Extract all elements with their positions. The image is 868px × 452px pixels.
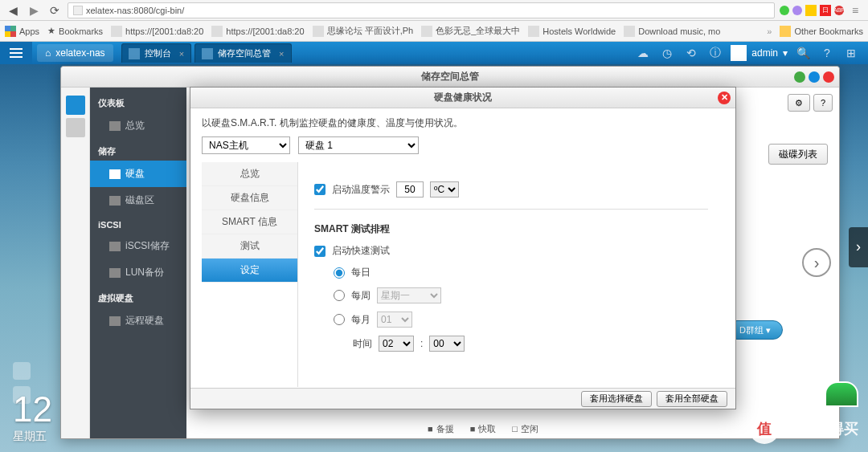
main-menu-button[interactable] xyxy=(0,42,32,64)
bookmarks-bar: Apps ★ Bookmarks https://[2001:da8:20 ht… xyxy=(0,21,868,42)
help-button[interactable]: ? xyxy=(813,94,833,112)
reload-button[interactable]: ⟳ xyxy=(47,2,63,18)
weekly-day-select[interactable]: 星期一 xyxy=(377,287,441,303)
tab-settings[interactable]: 设定 xyxy=(202,259,297,283)
page-icon xyxy=(73,6,83,15)
temp-alarm-label: 启动温度警示 xyxy=(332,183,390,197)
apps-button[interactable]: Apps xyxy=(5,26,39,37)
sidebar-item-lun-backup[interactable]: LUN备份 xyxy=(90,259,186,286)
time-min-select[interactable]: 00 xyxy=(429,336,465,352)
apply-all-button[interactable]: 套用全部硬盘 xyxy=(657,391,727,407)
quick-test-label: 启动快速测试 xyxy=(332,244,390,258)
bookmark-overflow[interactable]: » xyxy=(767,26,772,36)
refresh-icon[interactable]: ⟲ xyxy=(682,44,700,62)
dialog-close-button[interactable]: ✕ xyxy=(718,92,731,104)
monthly-label: 每月 xyxy=(351,313,371,327)
dashboard-icon[interactable]: ⊞ xyxy=(842,44,860,62)
adblock-icon[interactable]: ABP xyxy=(834,6,844,15)
help-icon[interactable]: ? xyxy=(818,44,836,62)
ext-icon[interactable]: 日 xyxy=(820,5,831,16)
hostname-label: xelatex-nas xyxy=(55,47,104,59)
bookmark-item[interactable]: 思缘论坛 平面设计,Ph xyxy=(313,25,414,37)
ext-icon[interactable] xyxy=(780,6,789,15)
sidebar-item-iscsi-storage[interactable]: iSCSI储存 xyxy=(90,233,186,259)
dialog-titlebar[interactable]: 硬盘健康状况 ✕ xyxy=(190,88,735,108)
next-disk-button[interactable]: › xyxy=(802,248,831,277)
taskbar-tab-storage[interactable]: 储存空间总管 × xyxy=(194,43,291,63)
close-icon[interactable]: × xyxy=(179,49,184,59)
user-menu[interactable]: admin ▾ xyxy=(731,45,788,61)
hamburger-icon xyxy=(10,48,23,58)
weekly-label: 每周 xyxy=(351,289,371,303)
host-select[interactable]: NAS主机 xyxy=(202,136,290,154)
time-hour-select[interactable]: 02 xyxy=(379,336,414,352)
watermark-text: 什么值得买 xyxy=(786,419,858,438)
disk-select[interactable]: 硬盘 1 xyxy=(298,136,419,154)
cloud-icon[interactable]: ☁ xyxy=(634,44,652,62)
apply-selected-button[interactable]: 套用选择硬盘 xyxy=(581,391,652,407)
temp-alarm-checkbox[interactable] xyxy=(314,184,326,195)
other-bookmarks[interactable]: Other Bookmarks xyxy=(780,26,863,37)
weekly-radio[interactable] xyxy=(334,290,345,301)
tab-test[interactable]: 测试 xyxy=(202,234,297,259)
time-separator: : xyxy=(420,338,423,349)
disk-health-dialog: 硬盘健康状况 ✕ 以硬盘S.M.A.R.T. 机制监控硬盘的健康度、温度与使用状… xyxy=(190,87,736,409)
overview-icon xyxy=(109,121,121,131)
hostname-breadcrumb[interactable]: ⌂ xelatex-nas xyxy=(37,44,113,62)
ext-icon[interactable] xyxy=(805,5,817,16)
bookmark-item[interactable]: 色影无忌_全球最大中 xyxy=(421,25,520,37)
forward-button[interactable]: ▶ xyxy=(26,2,42,18)
quick-test-checkbox[interactable] xyxy=(314,246,326,257)
gallery-next-overlay[interactable]: › xyxy=(849,227,868,267)
settings-button[interactable]: ⚙ xyxy=(788,94,810,112)
back-button[interactable]: ◀ xyxy=(5,2,21,18)
storage-icon xyxy=(202,48,213,59)
ext-icon[interactable] xyxy=(792,6,802,15)
close-button[interactable] xyxy=(823,71,834,83)
sidebar-item-volumes[interactable]: 磁盘区 xyxy=(90,187,186,214)
clock-day: 星期五 xyxy=(13,430,52,444)
sidebar-item-disks[interactable]: 硬盘 xyxy=(90,161,186,187)
address-bar[interactable]: xelatex-nas:8080/cgi-bin/ xyxy=(68,2,775,18)
clock-icon[interactable]: ◷ xyxy=(658,44,676,62)
daily-radio[interactable] xyxy=(334,267,345,279)
tab-smart-info[interactable]: SMART 信息 xyxy=(202,210,297,234)
remote-icon xyxy=(109,316,121,326)
dashboard-toggle[interactable] xyxy=(825,381,858,407)
username-label: admin xyxy=(751,47,778,59)
bookmark-item[interactable]: Download music, mo xyxy=(624,26,720,37)
close-icon[interactable]: × xyxy=(279,49,284,59)
minimize-button[interactable] xyxy=(794,71,805,83)
bookmark-item[interactable]: ★ Bookmarks xyxy=(47,26,103,36)
sidebar-item-overview[interactable]: 总览 xyxy=(90,112,186,139)
watermark-icon: 值 xyxy=(749,413,780,444)
menu-icon[interactable]: ≡ xyxy=(847,2,863,18)
sidebar: 仪表板 总览 储存 硬盘 磁盘区 iSCSI iSCSI储存 LUN备份 虚拟硬… xyxy=(90,88,186,438)
temp-value-input[interactable] xyxy=(396,181,424,197)
bookmark-item[interactable]: https://[2001:da8:20 xyxy=(111,26,203,37)
search-icon[interactable]: 🔍 xyxy=(794,44,812,62)
control-panel-icon xyxy=(129,48,140,59)
free-indicator: □ 空闲 xyxy=(512,423,538,435)
monthly-day-select[interactable]: 01 xyxy=(377,312,412,328)
window-titlebar[interactable]: 储存空间总管 xyxy=(61,67,839,88)
tab-overview[interactable]: 总览 xyxy=(202,162,297,186)
dock-icon[interactable] xyxy=(13,362,31,380)
tab-disk-info[interactable]: 硬盘信息 xyxy=(202,186,297,210)
info-icon[interactable]: ⓘ xyxy=(706,44,724,62)
extension-icons: 日 ABP ≡ xyxy=(780,2,863,18)
taskbar-tab-control[interactable]: 控制台 × xyxy=(121,43,191,63)
sidebar-item-remote-disk[interactable]: 远程硬盘 xyxy=(90,307,186,334)
bookmark-item[interactable]: https://[2001:da8:20 xyxy=(211,26,304,37)
disk-list-button[interactable]: 磁碟列表 xyxy=(768,144,828,165)
rail-overview-icon[interactable] xyxy=(66,96,85,115)
monthly-radio[interactable] xyxy=(334,314,345,325)
window-title: 储存空间总管 xyxy=(421,70,479,83)
lun-icon xyxy=(109,268,121,278)
temp-unit-select[interactable]: ºC xyxy=(430,181,459,197)
disk-icon xyxy=(109,169,121,179)
maximize-button[interactable] xyxy=(809,71,820,83)
rail-storage-icon[interactable] xyxy=(66,118,85,137)
bookmark-item[interactable]: Hostels Worldwide xyxy=(528,26,616,37)
dialog-description: 以硬盘S.M.A.R.T. 机制监控硬盘的健康度、温度与使用状况。 xyxy=(202,116,724,130)
